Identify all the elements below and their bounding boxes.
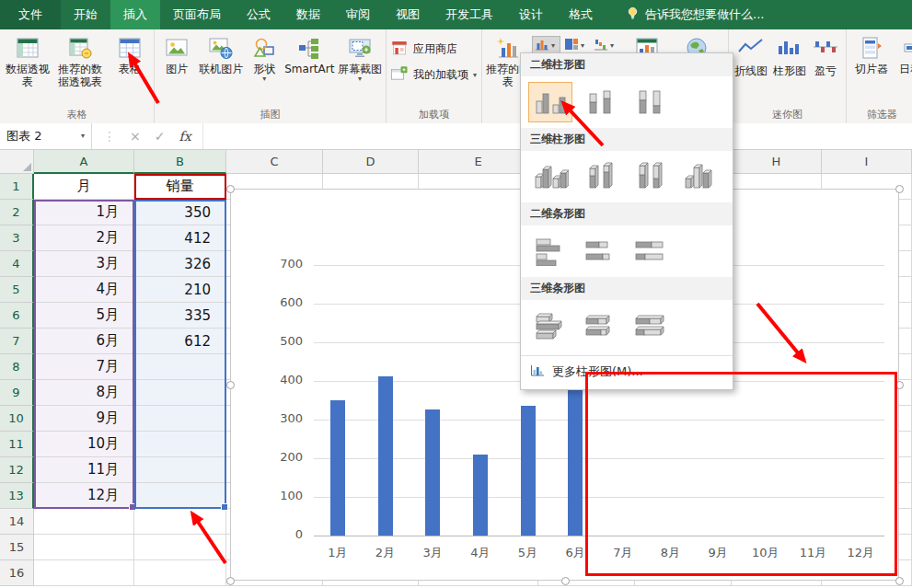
cell-A7[interactable]: 6月 xyxy=(34,329,134,354)
tell-me-box[interactable]: 告诉我您想要做什么... xyxy=(626,0,764,29)
row-header-1[interactable]: 1 xyxy=(0,174,34,200)
column-header-C[interactable]: C xyxy=(226,150,323,174)
chart-bar-5月[interactable] xyxy=(521,406,536,536)
insert-function-button[interactable]: fx xyxy=(179,129,190,144)
online-pictures-button[interactable]: 联机图片 xyxy=(197,32,245,75)
chart-bar-2月[interactable] xyxy=(378,376,393,536)
sparkline-winloss-button[interactable]: 盈亏 xyxy=(810,32,841,79)
chart-resize-handle-e[interactable] xyxy=(895,381,904,389)
cell-B7[interactable]: 612 xyxy=(134,329,226,354)
cell-A14[interactable] xyxy=(34,509,134,535)
sparkline-column-button[interactable]: 柱形图 xyxy=(771,32,808,79)
row-header-13[interactable]: 13 xyxy=(0,483,34,509)
ribbon-tab-审阅[interactable]: 审阅 xyxy=(333,0,383,29)
cell-A6[interactable]: 5月 xyxy=(34,303,134,329)
table-button[interactable]: 表格 xyxy=(109,32,151,75)
ribbon-tab-公式[interactable]: 公式 xyxy=(234,0,283,29)
shapes-button[interactable]: 形状 ▾ xyxy=(247,32,282,83)
row-header-7[interactable]: 7 xyxy=(0,329,34,354)
stacked-column-3d-chart-option[interactable] xyxy=(578,156,622,197)
column-header-I[interactable]: I xyxy=(822,150,912,174)
ribbon-tab-开始[interactable]: 开始 xyxy=(61,0,110,29)
stacked-bar-3d-chart-option[interactable] xyxy=(578,306,622,346)
row-header-3[interactable]: 3 xyxy=(0,225,34,251)
ribbon-tab-插入[interactable]: 插入 xyxy=(110,0,160,29)
cell-A1[interactable]: 月 xyxy=(34,174,134,200)
cell-B11[interactable] xyxy=(134,432,226,457)
row-header-8[interactable]: 8 xyxy=(0,354,34,380)
chart-bar-4月[interactable] xyxy=(473,455,488,536)
cell-A13[interactable]: 12月 xyxy=(34,483,134,509)
clustered-column-chart-option[interactable] xyxy=(528,82,572,122)
cell-B16[interactable] xyxy=(134,560,226,586)
row-header-11[interactable]: 11 xyxy=(0,432,34,457)
chart-bar-1月[interactable] xyxy=(330,400,345,536)
chart-resize-handle-nw[interactable] xyxy=(226,185,235,193)
ribbon-tab-数据[interactable]: 数据 xyxy=(283,0,333,29)
chart-resize-handle-w[interactable] xyxy=(226,381,235,389)
ribbon-tab-开发工具[interactable]: 开发工具 xyxy=(433,0,506,29)
cell-B9[interactable] xyxy=(134,380,226,406)
row-header-14[interactable]: 14 xyxy=(0,509,34,535)
stacked-column-chart-option[interactable] xyxy=(578,82,622,122)
cell-B6[interactable]: 335 xyxy=(134,303,226,329)
chart-resize-handle-s[interactable] xyxy=(561,577,570,585)
cell-A3[interactable]: 2月 xyxy=(34,225,134,251)
row-header-2[interactable]: 2 xyxy=(0,200,34,225)
cell-A4[interactable]: 3月 xyxy=(34,251,134,277)
stacked-bar-100-3d-chart-option[interactable] xyxy=(628,306,672,346)
clustered-column-3d-chart-option[interactable] xyxy=(528,156,572,197)
cell-B13[interactable] xyxy=(134,483,226,509)
row-header-10[interactable]: 10 xyxy=(0,406,34,432)
column-header-D[interactable]: D xyxy=(323,150,419,174)
row-header-9[interactable]: 9 xyxy=(0,380,34,406)
cell-B4[interactable]: 326 xyxy=(134,251,226,277)
cell-A5[interactable]: 4月 xyxy=(34,277,134,303)
cell-B1[interactable]: 销量 xyxy=(134,174,226,200)
ribbon-tab-格式[interactable]: 格式 xyxy=(556,0,606,29)
stacked-bar-chart-option[interactable] xyxy=(578,231,622,271)
name-box[interactable]: 图表 2 ▾ xyxy=(0,123,92,149)
stacked-bar-100-chart-option[interactable] xyxy=(628,231,672,271)
cell-A8[interactable]: 7月 xyxy=(34,354,134,380)
cell-A11[interactable]: 10月 xyxy=(34,432,134,457)
cell-B12[interactable] xyxy=(134,457,226,483)
sparkline-line-button[interactable]: 折线图 xyxy=(733,32,769,79)
screenshot-button[interactable]: 屏幕截图 ▾ xyxy=(337,32,383,83)
ribbon-tab-页面布局[interactable]: 页面布局 xyxy=(160,0,234,29)
ribbon-tab-设计[interactable]: 设计 xyxy=(506,0,556,29)
cell-A16[interactable] xyxy=(34,560,134,586)
ribbon-tab-视图[interactable]: 视图 xyxy=(383,0,433,29)
clustered-bar-chart-option[interactable] xyxy=(528,231,572,271)
chart-resize-handle-sw[interactable] xyxy=(226,577,235,585)
timeline-button[interactable]: 日程表 xyxy=(895,32,912,75)
clustered-bar-3d-chart-option[interactable] xyxy=(528,306,572,346)
store-button[interactable]: 应用商店 xyxy=(390,39,477,60)
ribbon-tab-文件[interactable]: 文件 xyxy=(0,0,61,29)
chart-bar-3月[interactable] xyxy=(425,409,440,536)
enter-button[interactable]: ✓ xyxy=(155,129,166,144)
column-3d-chart-option[interactable] xyxy=(677,156,722,197)
cell-A10[interactable]: 9月 xyxy=(34,406,134,432)
row-header-5[interactable]: 5 xyxy=(0,277,34,303)
stacked-column-100-3d-chart-option[interactable] xyxy=(628,156,672,197)
chart-resize-handle-ne[interactable] xyxy=(895,185,904,193)
cancel-button[interactable]: × xyxy=(130,129,141,144)
column-header-H[interactable]: H xyxy=(732,150,822,174)
row-header-6[interactable]: 6 xyxy=(0,303,34,329)
cell-A2[interactable]: 1月 xyxy=(34,200,134,225)
cell-B15[interactable] xyxy=(134,535,226,560)
pictures-button[interactable]: 图片 xyxy=(158,32,195,75)
cell-B8[interactable] xyxy=(134,354,226,380)
my-addins-button[interactable]: 我的加载项 ▾ xyxy=(390,64,477,86)
column-header-A[interactable]: A xyxy=(34,150,134,174)
row-header-12[interactable]: 12 xyxy=(0,457,34,483)
chart-resize-handle-se[interactable] xyxy=(895,577,904,585)
stacked-column-100-chart-option[interactable] xyxy=(628,82,672,122)
row-header-15[interactable]: 15 xyxy=(0,535,34,560)
cell-B10[interactable] xyxy=(134,406,226,432)
recommended-pivot-button[interactable]: 推荐的数据透视表 xyxy=(53,32,107,88)
cell-B14[interactable] xyxy=(134,509,226,535)
column-header-B[interactable]: B xyxy=(134,150,226,174)
row-header-4[interactable]: 4 xyxy=(0,251,34,277)
